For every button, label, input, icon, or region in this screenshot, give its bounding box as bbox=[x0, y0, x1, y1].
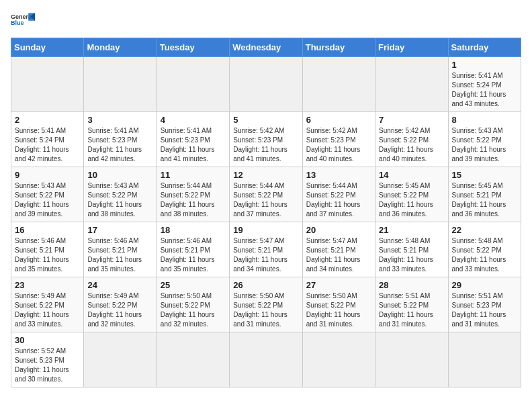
day-info: Sunrise: 5:50 AM Sunset: 5:22 PM Dayligh… bbox=[233, 291, 298, 329]
day-info: Sunrise: 5:44 AM Sunset: 5:22 PM Dayligh… bbox=[306, 181, 371, 219]
day-number: 6 bbox=[306, 115, 371, 125]
day-number: 16 bbox=[15, 225, 80, 235]
day-number: 7 bbox=[379, 115, 444, 125]
calendar-cell: 2Sunrise: 5:41 AM Sunset: 5:24 PM Daylig… bbox=[11, 112, 84, 167]
day-info: Sunrise: 5:50 AM Sunset: 5:22 PM Dayligh… bbox=[306, 291, 371, 329]
weekday-header-thursday: Thursday bbox=[302, 38, 375, 57]
weekday-header-tuesday: Tuesday bbox=[157, 38, 229, 57]
day-info: Sunrise: 5:48 AM Sunset: 5:22 PM Dayligh… bbox=[452, 236, 517, 274]
calendar-cell bbox=[230, 332, 302, 387]
calendar-cell: 3Sunrise: 5:41 AM Sunset: 5:23 PM Daylig… bbox=[84, 112, 157, 167]
day-info: Sunrise: 5:45 AM Sunset: 5:21 PM Dayligh… bbox=[452, 181, 517, 219]
calendar-cell bbox=[230, 57, 302, 112]
day-info: Sunrise: 5:46 AM Sunset: 5:21 PM Dayligh… bbox=[15, 236, 80, 274]
day-info: Sunrise: 5:49 AM Sunset: 5:22 PM Dayligh… bbox=[15, 291, 80, 329]
calendar-cell: 9Sunrise: 5:43 AM Sunset: 5:22 PM Daylig… bbox=[11, 167, 84, 222]
calendar-cell: 29Sunrise: 5:51 AM Sunset: 5:23 PM Dayli… bbox=[448, 277, 521, 332]
day-info: Sunrise: 5:43 AM Sunset: 5:22 PM Dayligh… bbox=[452, 126, 517, 164]
calendar-cell: 19Sunrise: 5:47 AM Sunset: 5:21 PM Dayli… bbox=[230, 222, 302, 277]
calendar-cell: 27Sunrise: 5:50 AM Sunset: 5:22 PM Dayli… bbox=[302, 277, 375, 332]
calendar-cell: 7Sunrise: 5:42 AM Sunset: 5:22 PM Daylig… bbox=[375, 112, 448, 167]
calendar-cell: 22Sunrise: 5:48 AM Sunset: 5:22 PM Dayli… bbox=[448, 222, 521, 277]
calendar-week-row: 2Sunrise: 5:41 AM Sunset: 5:24 PM Daylig… bbox=[11, 112, 521, 167]
day-info: Sunrise: 5:44 AM Sunset: 5:22 PM Dayligh… bbox=[161, 181, 226, 219]
svg-text:Blue: Blue bbox=[11, 19, 24, 26]
day-info: Sunrise: 5:41 AM Sunset: 5:23 PM Dayligh… bbox=[161, 126, 226, 164]
calendar-cell: 28Sunrise: 5:51 AM Sunset: 5:22 PM Dayli… bbox=[375, 277, 448, 332]
day-number: 3 bbox=[87, 115, 152, 125]
calendar-cell: 24Sunrise: 5:49 AM Sunset: 5:22 PM Dayli… bbox=[84, 277, 157, 332]
calendar-week-row: 9Sunrise: 5:43 AM Sunset: 5:22 PM Daylig… bbox=[11, 167, 521, 222]
calendar-cell: 8Sunrise: 5:43 AM Sunset: 5:22 PM Daylig… bbox=[448, 112, 521, 167]
calendar-cell: 10Sunrise: 5:43 AM Sunset: 5:22 PM Dayli… bbox=[84, 167, 157, 222]
calendar-cell bbox=[302, 332, 375, 387]
calendar-cell bbox=[448, 332, 521, 387]
day-number: 24 bbox=[87, 280, 152, 290]
calendar-cell: 12Sunrise: 5:44 AM Sunset: 5:22 PM Dayli… bbox=[230, 167, 302, 222]
day-info: Sunrise: 5:42 AM Sunset: 5:22 PM Dayligh… bbox=[379, 126, 444, 164]
calendar-cell: 20Sunrise: 5:47 AM Sunset: 5:21 PM Dayli… bbox=[302, 222, 375, 277]
calendar-cell bbox=[84, 332, 157, 387]
calendar-cell bbox=[375, 332, 448, 387]
day-number: 17 bbox=[87, 225, 152, 235]
calendar-week-row: 16Sunrise: 5:46 AM Sunset: 5:21 PM Dayli… bbox=[11, 222, 521, 277]
calendar-cell bbox=[157, 332, 229, 387]
day-number: 4 bbox=[161, 115, 226, 125]
day-number: 29 bbox=[452, 280, 517, 290]
logo: General Blue bbox=[11, 11, 35, 30]
weekday-header-saturday: Saturday bbox=[448, 38, 521, 57]
day-number: 26 bbox=[233, 280, 298, 290]
day-info: Sunrise: 5:42 AM Sunset: 5:23 PM Dayligh… bbox=[233, 126, 298, 164]
day-info: Sunrise: 5:49 AM Sunset: 5:22 PM Dayligh… bbox=[87, 291, 152, 329]
day-info: Sunrise: 5:47 AM Sunset: 5:21 PM Dayligh… bbox=[306, 236, 371, 274]
day-number: 10 bbox=[87, 170, 152, 180]
day-number: 11 bbox=[161, 170, 226, 180]
day-number: 21 bbox=[379, 225, 444, 235]
day-number: 14 bbox=[379, 170, 444, 180]
day-info: Sunrise: 5:47 AM Sunset: 5:21 PM Dayligh… bbox=[233, 236, 298, 274]
calendar-cell: 21Sunrise: 5:48 AM Sunset: 5:21 PM Dayli… bbox=[375, 222, 448, 277]
calendar-cell: 13Sunrise: 5:44 AM Sunset: 5:22 PM Dayli… bbox=[302, 167, 375, 222]
day-number: 18 bbox=[161, 225, 226, 235]
day-info: Sunrise: 5:46 AM Sunset: 5:21 PM Dayligh… bbox=[87, 236, 152, 274]
day-number: 1 bbox=[452, 60, 517, 70]
day-number: 5 bbox=[233, 115, 298, 125]
weekday-header-friday: Friday bbox=[375, 38, 448, 57]
calendar-cell: 30Sunrise: 5:52 AM Sunset: 5:23 PM Dayli… bbox=[11, 332, 84, 387]
day-info: Sunrise: 5:41 AM Sunset: 5:24 PM Dayligh… bbox=[15, 126, 80, 164]
day-number: 15 bbox=[452, 170, 517, 180]
day-info: Sunrise: 5:41 AM Sunset: 5:23 PM Dayligh… bbox=[87, 126, 152, 164]
calendar-table: SundayMondayTuesdayWednesdayThursdayFrid… bbox=[11, 38, 521, 387]
day-info: Sunrise: 5:51 AM Sunset: 5:22 PM Dayligh… bbox=[379, 291, 444, 329]
day-number: 30 bbox=[15, 335, 80, 345]
day-number: 28 bbox=[379, 280, 444, 290]
day-info: Sunrise: 5:42 AM Sunset: 5:23 PM Dayligh… bbox=[306, 126, 371, 164]
calendar-cell: 15Sunrise: 5:45 AM Sunset: 5:21 PM Dayli… bbox=[448, 167, 521, 222]
calendar-cell bbox=[302, 57, 375, 112]
calendar-cell bbox=[11, 57, 84, 112]
weekday-header-monday: Monday bbox=[84, 38, 157, 57]
header: General Blue bbox=[11, 11, 521, 30]
day-info: Sunrise: 5:50 AM Sunset: 5:22 PM Dayligh… bbox=[161, 291, 226, 329]
day-number: 12 bbox=[233, 170, 298, 180]
calendar-cell: 11Sunrise: 5:44 AM Sunset: 5:22 PM Dayli… bbox=[157, 167, 229, 222]
calendar-cell: 16Sunrise: 5:46 AM Sunset: 5:21 PM Dayli… bbox=[11, 222, 84, 277]
day-number: 8 bbox=[452, 115, 517, 125]
calendar-cell: 17Sunrise: 5:46 AM Sunset: 5:21 PM Dayli… bbox=[84, 222, 157, 277]
calendar-cell: 5Sunrise: 5:42 AM Sunset: 5:23 PM Daylig… bbox=[230, 112, 302, 167]
day-info: Sunrise: 5:52 AM Sunset: 5:23 PM Dayligh… bbox=[15, 347, 80, 384]
calendar-cell: 25Sunrise: 5:50 AM Sunset: 5:22 PM Dayli… bbox=[157, 277, 229, 332]
day-info: Sunrise: 5:44 AM Sunset: 5:22 PM Dayligh… bbox=[233, 181, 298, 219]
day-info: Sunrise: 5:51 AM Sunset: 5:23 PM Dayligh… bbox=[452, 291, 517, 329]
calendar-week-row: 30Sunrise: 5:52 AM Sunset: 5:23 PM Dayli… bbox=[11, 332, 521, 387]
day-number: 27 bbox=[306, 280, 371, 290]
day-info: Sunrise: 5:48 AM Sunset: 5:21 PM Dayligh… bbox=[379, 236, 444, 274]
calendar-cell: 18Sunrise: 5:46 AM Sunset: 5:21 PM Dayli… bbox=[157, 222, 229, 277]
calendar-week-row: 23Sunrise: 5:49 AM Sunset: 5:22 PM Dayli… bbox=[11, 277, 521, 332]
weekday-header-row: SundayMondayTuesdayWednesdayThursdayFrid… bbox=[11, 38, 521, 57]
calendar-cell: 14Sunrise: 5:45 AM Sunset: 5:22 PM Dayli… bbox=[375, 167, 448, 222]
weekday-header-wednesday: Wednesday bbox=[230, 38, 302, 57]
calendar-cell bbox=[157, 57, 229, 112]
weekday-header-sunday: Sunday bbox=[11, 38, 84, 57]
calendar-cell: 26Sunrise: 5:50 AM Sunset: 5:22 PM Dayli… bbox=[230, 277, 302, 332]
